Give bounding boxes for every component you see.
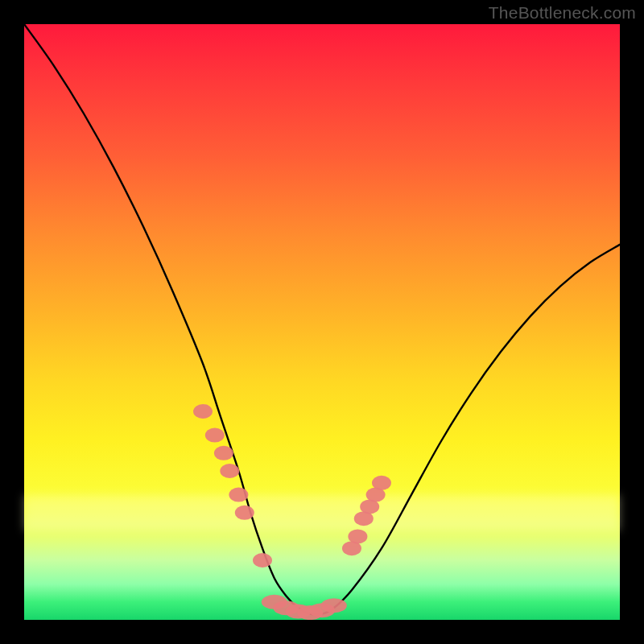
plot-area <box>24 24 620 620</box>
data-marker <box>220 464 239 478</box>
bottleneck-curve <box>24 24 620 615</box>
data-marker <box>229 488 248 502</box>
curve-svg <box>24 24 620 620</box>
data-marker <box>214 446 233 460</box>
marker-cluster-bottom <box>262 595 347 620</box>
data-marker <box>348 529 367 543</box>
data-marker <box>321 598 347 613</box>
watermark-text: TheBottleneck.com <box>489 3 636 23</box>
data-marker <box>372 476 391 490</box>
data-marker <box>205 428 225 443</box>
chart-frame: TheBottleneck.com <box>0 0 644 644</box>
data-marker <box>193 404 213 419</box>
data-marker <box>253 553 272 568</box>
data-marker <box>235 506 254 520</box>
